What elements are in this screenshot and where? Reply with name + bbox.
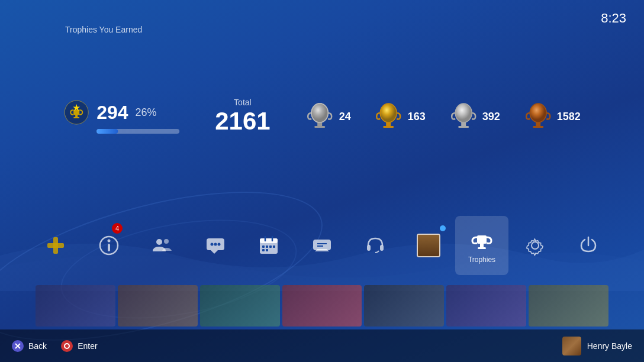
settings-icon [524,235,546,256]
thumbnail-2[interactable] [118,285,198,327]
friends-icon [152,235,173,256]
svg-point-8 [312,104,329,122]
gold-trophy: 163 [375,101,426,132]
total-section: Total 2161 [203,98,282,135]
silver-trophy: 392 [449,101,500,132]
profile-avatar-small [417,234,440,257]
svg-rect-3 [73,117,79,118]
nav-item-settings[interactable] [508,216,562,275]
svg-rect-40 [313,240,331,250]
nav-item-power[interactable] [562,216,615,275]
power-icon [578,235,599,256]
o-button-icon [61,340,73,352]
notification-icon [311,235,333,256]
svg-point-12 [455,104,472,122]
thumbnail-6[interactable] [446,285,526,327]
nav-item-friends[interactable] [136,216,189,275]
svg-marker-26 [211,250,218,254]
svg-rect-36 [269,245,272,248]
svg-point-48 [532,242,539,249]
nav-item-messages[interactable] [189,216,242,275]
platinum-count: 24 [339,111,351,123]
svg-rect-34 [262,245,265,248]
bottom-controls: Back Enter [12,340,98,352]
thumbnail-7[interactable] [529,285,608,327]
svg-rect-11 [384,126,394,128]
svg-rect-19 [47,243,64,248]
svg-rect-22 [108,244,110,251]
nav-item-trophies[interactable]: Trophies [455,216,508,275]
profile-notification-dot [440,225,446,231]
svg-point-52 [65,344,69,348]
bronze-trophy: 1582 [524,101,581,132]
svg-rect-1 [73,110,79,115]
page-title: Trophies You Earned [65,25,142,34]
clock: 8:23 [601,11,626,26]
level-section: 294 26% [63,99,179,134]
bronze-count: 1582 [557,111,581,123]
svg-rect-39 [266,249,268,251]
svg-rect-45 [477,235,487,244]
calendar-icon [258,235,279,256]
svg-point-23 [156,239,162,245]
gold-count: 163 [408,111,426,123]
svg-rect-43 [367,245,371,251]
nav-bar: 4 [0,216,644,275]
svg-rect-17 [533,126,543,128]
nav-item-psplus[interactable] [29,216,82,275]
back-button[interactable]: Back [12,340,47,352]
user-info: Henry Bayle [562,337,632,355]
x-button-icon [12,340,24,352]
total-label: Total [215,98,270,107]
nav-item-calendar[interactable] [242,216,295,275]
messages-icon [205,235,226,256]
total-number: 2161 [215,107,270,135]
gold-trophy-icon [375,101,403,132]
svg-rect-13 [461,122,466,126]
nav-item-whatsnew[interactable]: 4 [82,216,136,275]
trophies-label: Trophies [468,256,495,264]
nav-item-notifications[interactable] [295,216,349,275]
thumbnails-bar [0,285,644,329]
bottom-bar: Back Enter Henry Bayle [0,329,644,362]
psplus-icon [45,235,66,256]
thumbnail-4[interactable] [282,285,362,327]
user-name: Henry Bayle [587,341,632,351]
svg-point-15 [530,104,546,122]
whatsnew-badge: 4 [112,223,123,234]
level-star-icon [63,99,89,125]
progress-fill [96,129,118,134]
platinum-trophy: 24 [306,101,351,132]
level-progress-bar [96,129,179,134]
silver-count: 392 [482,111,500,123]
svg-point-24 [164,239,169,244]
trophy-nav-icon [469,227,494,252]
svg-point-9 [381,104,397,122]
user-avatar [562,337,581,355]
svg-point-27 [211,243,214,246]
thumbnail-3[interactable] [200,285,280,327]
platinum-trophy-icon [306,101,334,132]
bronze-trophy-icon [524,101,552,132]
level-number: 294 [96,102,128,124]
svg-rect-10 [387,122,391,126]
enter-label: Enter [78,341,97,351]
svg-point-21 [108,240,111,243]
enter-button[interactable]: Enter [61,340,97,352]
thumbnail-1[interactable] [36,285,115,327]
svg-rect-2 [75,115,78,117]
svg-rect-31 [260,238,278,243]
trophy-stats: 294 26% Total 2161 24 [63,98,581,135]
headset-icon [365,235,386,256]
svg-rect-6 [318,122,323,126]
svg-rect-46 [480,244,484,247]
nav-item-headset[interactable] [349,216,402,275]
thumbnail-5[interactable] [364,285,444,327]
nav-item-profile[interactable] [402,216,455,275]
svg-rect-35 [266,245,268,248]
svg-rect-44 [380,245,384,251]
svg-rect-38 [262,249,265,251]
svg-point-29 [218,243,221,246]
svg-point-28 [214,243,217,246]
silver-trophy-icon [449,101,478,132]
